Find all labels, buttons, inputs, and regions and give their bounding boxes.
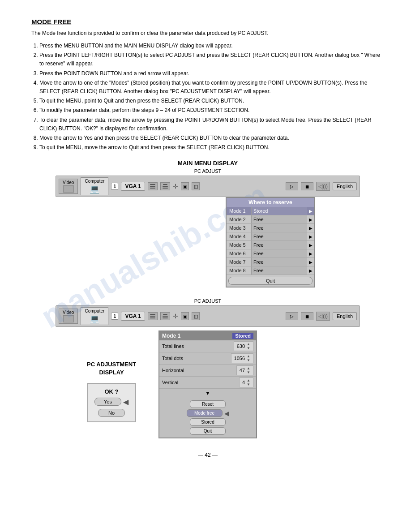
menu-bar-2: Video Computer 💻 1 VGA 1 ✛ ▣ ◫ ▷ ◼ ◁))) … xyxy=(56,305,360,327)
laptop-icon-2: 💻 xyxy=(90,314,99,324)
computer-tab: Computer 💻 xyxy=(81,177,108,195)
stepper-2: ▲▼ xyxy=(247,354,250,362)
arrow-7: ▶ xyxy=(307,260,314,265)
mode-2-value: Free xyxy=(251,215,307,223)
step-3: Press the POINT DOWN BUTTON and a red ar… xyxy=(39,69,384,78)
computer-label: Computer xyxy=(85,179,104,184)
square-icon-4: ◫ xyxy=(192,312,200,320)
section-title: MODE FREE xyxy=(31,18,384,26)
mode-1-value: Stored xyxy=(251,207,307,215)
dropdown-row-0: Mode 1 Stored ▶ xyxy=(227,207,314,215)
quit-button-2[interactable]: Quit xyxy=(190,427,226,435)
menu-bar-1: Video Computer 💻 1 VGA 1 ✛ ▣ ◫ ▷ ◼ ◁))) xyxy=(56,176,360,197)
arrow-1: ▶ xyxy=(307,209,314,214)
video-tab: Video xyxy=(59,179,78,194)
step-7: To clear the parameter data, move the ar… xyxy=(39,116,384,133)
page: manualshib.com MODE FREE The Mode free f… xyxy=(0,0,411,532)
fill-icon: ◼ xyxy=(301,182,313,190)
video-tab-2: Video xyxy=(59,309,78,324)
adj-total-lines: Total lines 630 ▲▼ xyxy=(159,340,256,352)
dropdown-row-4: Mode 5 Free ▶ xyxy=(227,241,314,249)
volume-icon-2: ◁))) xyxy=(316,312,330,321)
menu-number-1: 1 xyxy=(111,183,118,190)
page-number: — 42 — xyxy=(31,452,384,458)
vga-label-1: VGA 1 xyxy=(121,182,145,191)
lines-icon-1 xyxy=(148,182,158,190)
mode-8-label: Mode 8 xyxy=(227,266,251,275)
video-label: Video xyxy=(63,180,74,185)
mode-7-value: Free xyxy=(251,258,307,266)
adj-stored-label: Stored xyxy=(232,333,253,339)
arrow-3: ▶ xyxy=(307,226,314,231)
dropdown-quit: Quit xyxy=(227,275,314,287)
mode-4-label: Mode 4 xyxy=(227,232,251,240)
adj-horizontal: Horizontal 47 ▲▼ xyxy=(159,365,256,377)
mode-8-value: Free xyxy=(251,266,307,275)
stored-row: Stored xyxy=(190,418,226,426)
horizontal-label: Horizontal xyxy=(162,368,184,373)
vertical-label: Vertical xyxy=(162,380,178,385)
quit-row: Quit xyxy=(190,427,226,435)
lines-icon-4 xyxy=(160,312,170,320)
ok-dialog: OK ? Yes ◀ No xyxy=(87,383,136,422)
adj-mode-label: Mode 1 xyxy=(162,333,180,339)
mode-3-label: Mode 3 xyxy=(227,224,251,232)
adj-buttons: Reset Mode free ◀ Stored Quit xyxy=(159,398,256,438)
cross-icon-2: ✛ xyxy=(173,313,178,320)
step-4: Move the arrow to one of the "Modes" (St… xyxy=(39,79,384,96)
diagram2-sublabel: PC ADJUST xyxy=(194,298,222,304)
step-8: Move the arrow to Yes and then press the… xyxy=(39,134,384,142)
mode-5-label: Mode 5 xyxy=(227,241,251,249)
vertical-value: 4 ▲▼ xyxy=(239,378,253,387)
cross-icon: ✛ xyxy=(173,183,178,190)
volume-icon: ◁))) xyxy=(316,182,330,191)
dropdown-row-1: Mode 2 Free ▶ xyxy=(227,215,314,224)
computer-label-2: Computer xyxy=(85,309,104,313)
shape-icon-2: ▷ xyxy=(286,312,298,320)
arrow-2: ▶ xyxy=(307,217,314,222)
total-lines-label: Total lines xyxy=(162,343,184,349)
reset-button[interactable]: Reset xyxy=(190,400,226,408)
laptop-icon: 💻 xyxy=(90,184,99,194)
arrow-4: ▶ xyxy=(307,234,314,239)
diagram2-body: PC ADJUSTMENTDISPLAY OK ? Yes ◀ No Mode … xyxy=(73,330,378,438)
mode-2-label: Mode 2 xyxy=(227,215,251,223)
yes-button[interactable]: Yes xyxy=(94,398,121,406)
square-icon-2: ◫ xyxy=(192,182,200,190)
mode-free-button[interactable]: Mode free xyxy=(187,409,223,417)
dropdown-row-7: Mode 8 Free ▶ xyxy=(227,266,314,275)
english-label-1: English xyxy=(333,182,357,190)
lines-icon-2 xyxy=(160,182,170,190)
stepper-4: ▲▼ xyxy=(247,378,250,386)
down-arrow: ▼ xyxy=(159,389,256,398)
quit-button-1[interactable]: Quit xyxy=(228,277,313,285)
arrow-mode-free: ◀ xyxy=(224,410,229,417)
pc-adj-label: PC ADJUSTMENTDISPLAY xyxy=(87,360,136,377)
arrow-6: ▶ xyxy=(307,251,314,256)
total-lines-value: 630 ▲▼ xyxy=(234,341,253,351)
adj-right-section: Mode 1 Stored Total lines 630 ▲▼ Total d… xyxy=(158,330,257,438)
total-dots-label: Total dots xyxy=(162,356,183,361)
adj-header: Mode 1 Stored xyxy=(159,331,256,340)
mode-7-label: Mode 7 xyxy=(227,258,251,266)
arrow-8: ▶ xyxy=(307,268,314,273)
stepper-1: ▲▼ xyxy=(247,342,250,350)
mode-6-label: Mode 6 xyxy=(227,249,251,257)
step-5: To quit the MENU, point to Quit and then… xyxy=(39,97,384,105)
steps-list: Press the MENU BUTTON and the MAIN MENU … xyxy=(31,42,384,152)
horizontal-value: 47 ▲▼ xyxy=(236,365,253,375)
fill-icon-2: ◼ xyxy=(301,312,313,320)
yes-row: Yes ◀ xyxy=(91,398,132,406)
dropdown-panel-1: Where to reserve Mode 1 Stored ▶ Mode 2 … xyxy=(226,197,315,287)
adj-left-section: PC ADJUSTMENTDISPLAY OK ? Yes ◀ No xyxy=(73,330,150,438)
vga-label-2: VGA 1 xyxy=(121,312,145,321)
square-icon-1: ▣ xyxy=(181,182,189,190)
stepper-3: ▲▼ xyxy=(247,366,250,374)
step-9: To quit the MENU, move the arrow to Quit… xyxy=(39,143,384,152)
stored-button[interactable]: Stored xyxy=(190,418,226,426)
dropdown-row-3: Mode 4 Free ▶ xyxy=(227,232,314,241)
menu-number-2: 1 xyxy=(111,313,118,320)
diagram2: PC ADJUST Video Computer 💻 1 VGA 1 ✛ ▣ ◫ xyxy=(31,298,384,438)
lines-icon-3 xyxy=(148,312,158,320)
no-button[interactable]: No xyxy=(98,409,125,417)
